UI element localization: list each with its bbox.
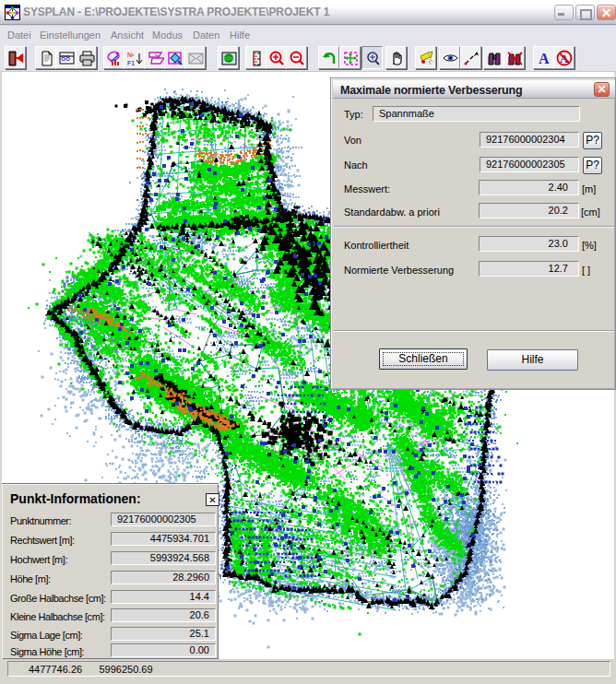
svg-text:N²: N²	[127, 52, 135, 58]
svg-text:88: 88	[61, 53, 70, 63]
svg-text:F1: F1	[127, 60, 135, 66]
svg-text:A: A	[539, 51, 550, 66]
